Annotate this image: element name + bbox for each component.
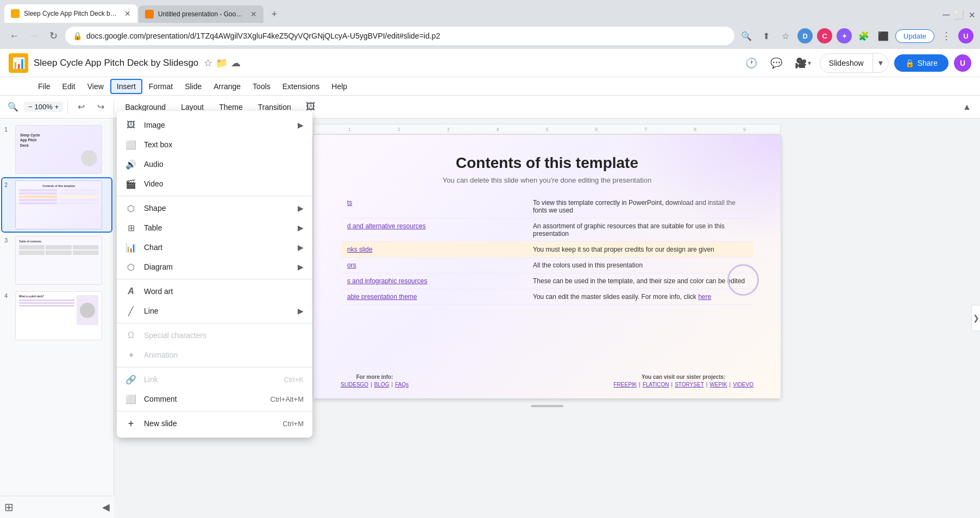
table-row-3: nks slide You must keep it so that prope… bbox=[341, 242, 753, 258]
cloud-icon[interactable]: ☁ bbox=[231, 57, 241, 69]
tab-active[interactable]: Sleep Cycle App Pitch Deck by Sl ✕ bbox=[4, 4, 137, 23]
menu-extensions[interactable]: Extensions bbox=[277, 80, 325, 93]
slideshow-label[interactable]: Slideshow bbox=[820, 54, 873, 72]
menu-tools[interactable]: Tools bbox=[247, 80, 276, 93]
slide-item-3[interactable]: 3 Table of contents bbox=[2, 234, 111, 287]
menu-edit[interactable]: Edit bbox=[57, 80, 81, 93]
menu-arrange[interactable]: Arrange bbox=[208, 80, 246, 93]
back-button[interactable]: ← bbox=[7, 28, 22, 43]
share-button[interactable]: 🔒 Share bbox=[894, 54, 948, 72]
dropdown-menu: 🖼 Image ▶ ⬜ Text box 🔊 Audio 🎬 Video ⬡ S… bbox=[117, 111, 312, 438]
menu-item-wordart[interactable]: A Word art bbox=[117, 282, 312, 301]
user-avatar-browser[interactable]: U bbox=[958, 28, 973, 43]
footer-right: You can visit our sister projects: FREEP… bbox=[613, 374, 753, 388]
zoom-search-btn[interactable]: 🔍 bbox=[4, 98, 22, 116]
circle-decoration bbox=[727, 264, 759, 296]
zoom-controls[interactable]: − 100% + bbox=[24, 102, 63, 112]
browser-extension-search[interactable]: 🔍 bbox=[739, 28, 754, 43]
window-close[interactable]: ✕ bbox=[969, 10, 976, 20]
slideshow-dropdown-arrow[interactable]: ▾ bbox=[873, 54, 888, 72]
slideshow-button[interactable]: Slideshow ▾ bbox=[820, 53, 889, 73]
slide-subtext: You can delete this slide when you're do… bbox=[341, 176, 753, 184]
tab-close-inactive[interactable]: ✕ bbox=[250, 10, 257, 18]
footer-link-freepik[interactable]: FREEPIK bbox=[613, 382, 637, 388]
tab-close-active[interactable]: ✕ bbox=[124, 9, 131, 18]
extension-box-icon[interactable]: ⬛ bbox=[876, 28, 891, 43]
menu-view[interactable]: View bbox=[82, 80, 109, 93]
menu-item-shape-label: Shape bbox=[144, 204, 290, 213]
history-icon-btn[interactable]: 🕐 bbox=[742, 53, 761, 73]
menu-slide[interactable]: Slide bbox=[179, 80, 207, 93]
reload-button[interactable]: ↻ bbox=[46, 28, 61, 43]
slide-item-4[interactable]: 4 What is a pitch deck? bbox=[2, 289, 111, 342]
user-avatar-app[interactable]: U bbox=[954, 54, 971, 72]
menu-item-shape[interactable]: ⬡ Shape ▶ bbox=[117, 198, 312, 218]
table-row-1: ts To view this template correctly in Po… bbox=[341, 195, 753, 219]
zoom-plus[interactable]: + bbox=[55, 103, 59, 111]
new-tab-button[interactable]: + bbox=[266, 5, 283, 23]
undo-btn[interactable]: ↩ bbox=[72, 98, 90, 116]
update-button[interactable]: Update bbox=[895, 29, 934, 43]
footer-link-flaticon[interactable]: FLATICON bbox=[643, 382, 669, 388]
table-row-4: ors All the colors used in this presenta… bbox=[341, 258, 753, 273]
url-bar[interactable]: 🔒 docs.google.com/presentation/d/1TZq4AW… bbox=[65, 27, 734, 45]
menu-item-diagram[interactable]: ⬡ Diagram ▶ bbox=[117, 257, 312, 277]
footer-link-faqs[interactable]: FAQs bbox=[395, 382, 409, 388]
animation-icon: ✦ bbox=[125, 350, 136, 360]
menu-item-image-label: Image bbox=[144, 121, 290, 129]
collapse-toolbar-btn[interactable]: ▲ bbox=[958, 98, 976, 116]
ruler-horizontal: 1 2 3 4 5 6 7 8 9 bbox=[313, 124, 781, 135]
lock-icon: 🔒 bbox=[73, 32, 82, 40]
slide-background: Contents of this template You can delete… bbox=[313, 135, 781, 398]
redo-btn[interactable]: ↪ bbox=[92, 98, 109, 116]
extension-c-icon[interactable]: C bbox=[817, 28, 832, 43]
folder-icon[interactable]: 📁 bbox=[216, 57, 228, 69]
menu-item-special-chars-label: Special characters bbox=[144, 331, 304, 340]
footer-link-videvo[interactable]: VIDEVO bbox=[733, 382, 753, 388]
footer-right-label: You can visit our sister projects: bbox=[613, 374, 753, 380]
menu-item-video[interactable]: 🎬 Video bbox=[117, 174, 312, 194]
window-minimize[interactable]: ─ bbox=[943, 9, 950, 21]
scroll-handle[interactable] bbox=[531, 405, 563, 407]
right-edge-handle[interactable]: ❯ bbox=[971, 305, 980, 331]
doc-title[interactable]: Sleep Cycle App Pitch Deck by Slidesgo bbox=[34, 58, 198, 68]
menu-dots-icon[interactable]: ⋮ bbox=[939, 28, 954, 43]
forward-button[interactable]: → bbox=[26, 28, 41, 43]
camera-icon-btn[interactable]: 🎥▾ bbox=[791, 53, 814, 73]
menu-item-table[interactable]: ⊞ Table ▶ bbox=[117, 218, 312, 238]
menu-item-chart[interactable]: 📊 Chart ▶ bbox=[117, 238, 312, 257]
menu-item-table-label: Table bbox=[144, 223, 290, 232]
menu-item-comment[interactable]: ⬜ Comment Ctrl+Alt+M bbox=[117, 389, 312, 409]
menu-item-audio[interactable]: 🔊 Audio bbox=[117, 154, 312, 174]
menu-item-image[interactable]: 🖼 Image ▶ bbox=[117, 115, 312, 135]
extension-puzzle-icon[interactable]: 🧩 bbox=[856, 28, 871, 43]
separator-2 bbox=[117, 279, 312, 279]
grid-view-btn[interactable]: ⊞ bbox=[4, 501, 14, 514]
menu-file[interactable]: File bbox=[33, 80, 56, 93]
slide-table: ts To view this template correctly in Po… bbox=[341, 195, 753, 305]
menu-item-line[interactable]: ╱ Line ▶ bbox=[117, 301, 312, 321]
menu-item-textbox[interactable]: ⬜ Text box bbox=[117, 135, 312, 154]
browser-extension-share[interactable]: ⬆ bbox=[758, 28, 774, 43]
collapse-panel-btn[interactable]: ◀ bbox=[102, 501, 110, 513]
footer-link-slidesgo[interactable]: SLIDESGO bbox=[341, 382, 368, 388]
star-icon[interactable]: ☆ bbox=[204, 57, 212, 69]
menu-help[interactable]: Help bbox=[326, 80, 353, 93]
window-restore[interactable]: ⬜ bbox=[954, 10, 964, 20]
bookmark-icon[interactable]: ☆ bbox=[778, 28, 793, 43]
menu-insert[interactable]: Insert bbox=[110, 79, 142, 94]
footer-link-storyset[interactable]: STORYSET bbox=[675, 382, 704, 388]
menu-item-new-slide[interactable]: + New slide Ctrl+M bbox=[117, 414, 312, 433]
table-row-6: able presentation theme You can edit the… bbox=[341, 289, 753, 305]
footer-link-blog[interactable]: BLOG bbox=[374, 382, 390, 388]
extension-star-icon[interactable]: ✦ bbox=[837, 28, 852, 43]
comment-icon-btn[interactable]: 💬 bbox=[767, 53, 786, 73]
slide-item-1[interactable]: 1 Sleep CycleApp PitchDeck bbox=[2, 123, 111, 176]
tab-inactive[interactable]: Untitled presentation - Google S ✕ bbox=[139, 5, 263, 23]
slide-wrapper[interactable]: Contents of this template You can delete… bbox=[313, 135, 781, 398]
menu-format[interactable]: Format bbox=[143, 80, 178, 93]
extension-d-icon[interactable]: D bbox=[797, 28, 813, 43]
slide-item-2[interactable]: 2 Contents of this template bbox=[2, 178, 111, 232]
footer-link-wepik[interactable]: WEPIK bbox=[709, 382, 727, 388]
zoom-minus[interactable]: − bbox=[28, 103, 33, 111]
